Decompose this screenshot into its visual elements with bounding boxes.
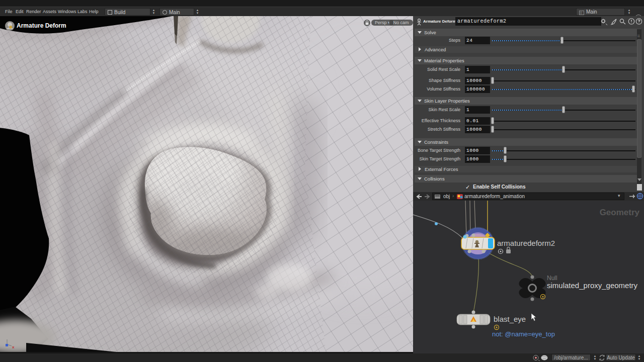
svg-text:x: x — [12, 345, 15, 349]
